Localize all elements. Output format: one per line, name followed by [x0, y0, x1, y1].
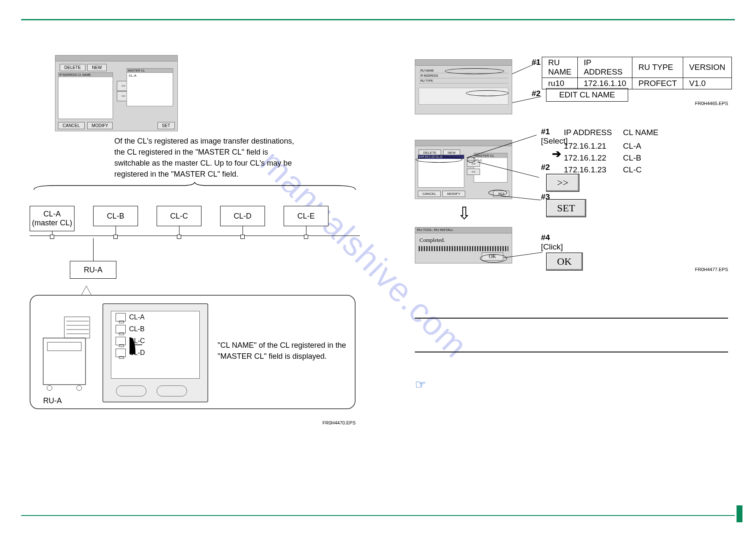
ok-step-button[interactable]: OK — [546, 252, 583, 271]
ru-table-cell: PROFECT — [632, 78, 683, 89]
arrow-right-icon: ➔ — [552, 147, 561, 161]
screen-button[interactable] — [157, 385, 187, 396]
eps-filename: FR0H4465.EPS — [695, 101, 728, 106]
network-diagram: CL-A (master CL) CL-B CL-C CL-D CL-E RU-… — [30, 202, 360, 413]
ru-callout-panel: RU-A CL-A CL-B CL-C CL-D "CL NAME" of th… — [30, 295, 356, 409]
master-cl-field[interactable]: MASTER CL CL-A — [127, 68, 173, 106]
set-step-button[interactable]: SET — [546, 199, 586, 217]
step-1-label: #1 — [532, 58, 541, 67]
eps-filename: FR0H4470.EPS — [323, 420, 356, 425]
section-rule — [415, 318, 728, 319]
monitor-icon — [116, 349, 126, 357]
ru-table-header: IP ADDRESS — [577, 57, 632, 78]
highlight-oval — [467, 157, 475, 163]
step-2-label: #2 — [532, 89, 541, 98]
click-hint: [Click] — [541, 242, 563, 252]
ru-device-label: RU-A — [43, 396, 62, 405]
cl-a-label: CL-A — [30, 210, 74, 219]
ip-cl-list: IP ADDRESS CL NAME 172.16.1.21CL-A 172.1… — [563, 126, 669, 176]
arrow-down-icon: ⇩ — [457, 203, 472, 223]
ru-table-header: RU NAME — [542, 57, 578, 78]
cl-list[interactable]: IP ADDRESS CL NAME — [58, 72, 113, 119]
ru-a-box: RU-A — [70, 261, 116, 279]
cl-b-box: CL-B — [93, 206, 138, 226]
screen-note: "CL NAME" of the CL registered in the "M… — [218, 340, 353, 362]
master-cl-header: MASTER CL — [474, 153, 507, 158]
edit-cl-name-button[interactable]: EDIT CL NAME — [546, 88, 628, 102]
step-2b-label: #2 — [541, 163, 550, 172]
page-edge-tab — [737, 505, 742, 522]
master-cl-item: CL-A — [127, 73, 173, 78]
dialog-titlebar — [55, 55, 177, 61]
ru-table-header: VERSION — [683, 57, 732, 78]
ru-table-header: RU TYPE — [632, 57, 683, 78]
cl-e-box: CL-E — [284, 206, 328, 226]
cl-list-header: IP ADDRESS CL NAME — [58, 73, 113, 77]
page-bottom-rule — [21, 515, 735, 516]
modify-button[interactable]: MODIFY — [442, 191, 465, 197]
brace-icon — [30, 182, 360, 191]
step-1b-label: #1 — [541, 127, 550, 136]
monitor-icon — [116, 337, 126, 345]
ru-table-cell: ru10 — [542, 78, 578, 89]
cl-a-sublabel: (master CL) — [30, 219, 74, 227]
ip-list-header: IP ADDRESS — [564, 127, 622, 140]
page-top-rule — [21, 19, 735, 20]
set-button[interactable]: SET — [157, 122, 175, 129]
monitor-icon — [116, 313, 126, 322]
left-column: DELETE NEW IP ADDRESS CL NAME >> << MAST… — [30, 55, 360, 413]
dialog-title: RU-TOOL: RU INSTALL — [415, 227, 512, 233]
cancel-button[interactable]: CANCEL — [58, 122, 85, 129]
monitor-icon — [116, 325, 126, 333]
progress-bar — [419, 246, 508, 251]
ru-info-table: RU NAME IP ADDRESS RU TYPE VERSION ru10 … — [542, 57, 732, 89]
svg-rect-0 — [43, 338, 86, 385]
master-cl-header: MASTER CL — [127, 69, 173, 73]
ru-table-cell: V1.0 — [683, 78, 732, 89]
cancel-button[interactable]: CANCEL — [418, 191, 441, 197]
highlight-oval — [488, 190, 507, 196]
right-brace-icon — [130, 337, 214, 354]
network-bus-line — [30, 236, 360, 236]
highlight-oval — [416, 157, 462, 163]
shift-right-step-button[interactable]: >> — [546, 174, 579, 192]
svg-rect-1 — [47, 342, 81, 351]
cl-d-box: CL-D — [220, 206, 265, 226]
highlight-oval — [466, 90, 508, 96]
shift-left-button[interactable]: << — [467, 169, 480, 175]
list-item: CL-B — [111, 323, 199, 335]
screen-button[interactable] — [116, 385, 146, 396]
new-button[interactable]: NEW — [87, 64, 106, 71]
cl-c-box: CL-C — [157, 206, 201, 226]
highlight-oval — [445, 68, 504, 74]
cl-a-box: CL-A (master CL) — [30, 206, 74, 231]
ru-table-cell: 172.16.1.10 — [577, 78, 632, 89]
master-cl-dialog: DELETE NEW IP ADDRESS CL NAME >> << MAST… — [55, 55, 178, 131]
cl-select-dialog: DELETE NEW 172.16.1.22 CL-B MASTER CL CL… — [415, 140, 512, 199]
delete-button[interactable]: DELETE — [60, 64, 86, 71]
modify-button[interactable]: MODIFY — [87, 122, 113, 129]
eps-filename: FR0H4477.EPS — [695, 267, 728, 272]
section-rule — [415, 352, 728, 352]
master-cl-caption: Of the CL's registered as image transfer… — [114, 136, 301, 180]
ip-list-header: CL NAME — [623, 127, 669, 140]
completed-message: Completed. — [419, 237, 445, 244]
list-item: CL-A — [111, 311, 199, 323]
svg-rect-2 — [64, 317, 90, 338]
svg-point-7 — [47, 385, 52, 391]
pointer-hand-icon: ☞ — [415, 377, 426, 392]
step-4-label: #4 — [541, 233, 550, 242]
ru-device-icon — [39, 308, 94, 393]
completed-dialog: RU-TOOL: RU INSTALL Completed. OK — [415, 227, 512, 263]
highlight-oval — [480, 254, 507, 263]
svg-point-8 — [77, 385, 82, 391]
ru-edit-dialog: RU NAME IP ADDRESS RU TYPE — [415, 59, 512, 114]
